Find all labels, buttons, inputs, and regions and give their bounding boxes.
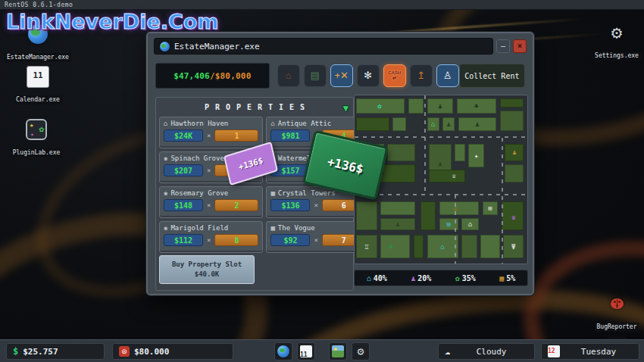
desktop-icon-bugreporter[interactable]: BugReporter.exe [591,292,642,346]
joystick-button[interactable]: ↥ [410,64,433,87]
minimize-button[interactable]: – [496,39,510,53]
map-block[interactable] [356,117,389,131]
os-topbar: RentOS 0.6.1-demo [0,0,644,10]
map-block[interactable]: ♣ [380,235,410,258]
toolbar-buttons: ⌂▤+✕✻CASH⇄↥♙ [277,64,459,87]
price-button[interactable]: $24K [164,130,203,142]
tent-icon: ⌂ [286,70,292,81]
map-block[interactable]: ⌂ [427,235,458,258]
cupcake-icon: ♟ [411,274,415,282]
map-block[interactable] [500,111,524,131]
map-block[interactable]: ♣ [457,98,496,114]
map-block[interactable]: ♛ [502,201,524,230]
map-icon: ♖ [364,243,368,250]
property-name: Rosemary Grove [170,189,228,197]
map-icon: ♛ [511,214,515,220]
map-block[interactable] [387,144,414,161]
gear-icon: ⚙ [357,345,364,358]
tenant-button[interactable]: ♙ [436,64,459,87]
property-name: Hawthorn Haven [170,120,228,127]
close-button[interactable]: × [513,39,527,53]
desktop-icon-pluginlab[interactable]: ★✿✦PluginLab.exe [6,118,67,158]
desktop-icon-label: Settings.exe [592,51,641,61]
map-block[interactable]: ♖ [356,235,377,258]
collect-rent-button[interactable]: Collect Rent [459,64,525,88]
money-current: $47,406 [174,71,210,81]
factory-icon: ▦ [499,274,504,282]
price-button[interactable]: $981 [270,130,310,142]
price-button[interactable]: $136 [270,199,310,211]
price-button[interactable]: $112 [164,234,203,246]
map-block[interactable] [392,117,406,131]
map-road [455,195,456,264]
properties-header: PROPERTIES ▼ [159,101,350,114]
property-card[interactable]: ⌂Hawthorn Haven$24K×1 [159,117,263,148]
map-block[interactable]: ♟ [439,201,479,215]
map-block[interactable]: ✦ [468,144,484,167]
map-block[interactable] [505,164,524,183]
taskbar-goal-panel: ◎ $80.000 [112,343,233,360]
day-panel[interactable]: 12 Tuesday [541,343,639,360]
plant-icon: ❀ [164,189,167,197]
price-button[interactable]: $92 [270,234,310,246]
map-block[interactable] [408,98,424,114]
desktop-icon-label: EstateManager.exe [5,53,71,62]
house-icon: ⌂ [367,274,371,282]
map-stat: ✿35% [455,274,476,282]
desktop-icon-calendar[interactable]: 11Calendar.exe [8,65,68,105]
map-block[interactable]: ♟ [442,117,455,131]
map-icon: Ψ [511,243,515,250]
property-card[interactable]: ❀Rosemary Grove$148×2 [159,186,263,218]
count-button[interactable]: 2 [214,199,258,211]
map-block[interactable] [380,201,415,215]
count-button[interactable]: 1 [214,130,258,142]
map-block[interactable]: ✿ [356,98,405,114]
desktop-icon-settings[interactable]: ⚙Settings.exe [592,21,641,61]
cloud-icon: ☁ [445,346,450,357]
cash-card-button[interactable]: CASH⇄ [383,64,406,87]
taskbar-goal-value: $80.000 [134,347,169,357]
map-block[interactable] [461,235,477,258]
map-block[interactable] [455,144,465,161]
property-name: Antique Attic [278,120,331,127]
tent-button[interactable]: ⌂ [277,64,300,87]
map-block[interactable]: ♟ [458,117,496,131]
map-block[interactable]: ♕ [429,170,465,183]
weather-panel[interactable]: ☁ Cloudy [438,343,535,360]
window-title-field: EstateManager.exe [154,38,493,55]
map-block[interactable]: ♟ [505,144,524,161]
property-card[interactable]: ❀Marigold Field$112×8 [159,221,263,253]
cash-card-icon: CASH [388,70,401,76]
desktop-icon-label: BugReporter [595,323,639,332]
desktop-icon-label: Calendar.exe [14,95,62,105]
map-block[interactable]: Ψ [503,235,524,258]
map-block[interactable]: ⊞ [483,201,499,215]
taskbar-calendar-button[interactable]: 11 [297,342,315,360]
property-name: Crystal Towers [278,189,336,197]
map-block[interactable]: ⌂ [427,117,439,131]
window-titlebar[interactable]: EstateManager.exe – × [154,38,527,55]
map-block[interactable]: ♟ [427,98,453,114]
count-button[interactable]: 8 [214,234,258,246]
taskbar-picture-button[interactable] [329,342,347,360]
money-display: $47,406 /$80,000 [155,63,270,89]
map-block[interactable] [420,201,436,230]
taskbar-settings-button[interactable]: ⚙ [352,342,370,360]
buy-property-slot-button[interactable]: Buy Property Slot $40.0K [159,255,255,284]
ability-button[interactable]: ✻ [357,64,380,87]
taskbar-globe-button[interactable] [274,342,292,360]
price-button[interactable]: $148 [164,199,203,211]
map-block[interactable]: ♟ [380,218,415,230]
map-icon: ♣ [474,103,478,110]
price-button[interactable]: $207 [164,164,203,176]
multiplier-button[interactable]: +✕ [330,64,353,87]
property-name: Spinach Grove [170,154,224,162]
map-block[interactable] [480,235,499,258]
filter-triangle-icon[interactable]: ▼ [343,101,349,115]
shop-button[interactable]: ▤ [304,64,327,87]
map-block[interactable] [414,235,424,258]
map-block[interactable] [356,201,377,230]
map-road [502,138,503,264]
map-block[interactable]: ⌂ [461,218,479,230]
map-block[interactable] [500,98,524,107]
